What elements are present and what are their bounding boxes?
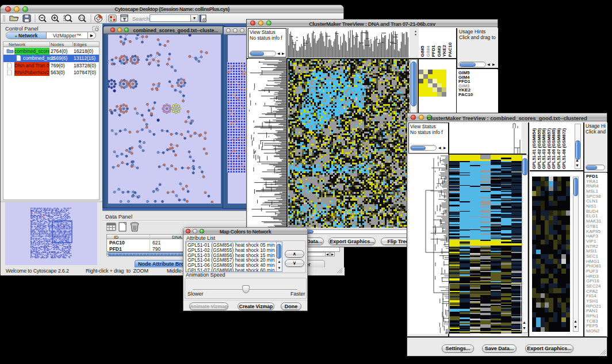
svg-text:1:1: 1:1 <box>79 16 84 20</box>
svg-text:YKE2: YKE2 <box>442 45 447 57</box>
svg-text:PFD1: PFD1 <box>431 45 436 57</box>
svg-text:GIM5: GIM5 <box>420 45 425 57</box>
svg-text:GIM3: GIM3 <box>437 45 442 57</box>
svg-text:GPL51-08 (GSM872): GPL51-08 (GSM872) <box>561 128 567 169</box>
svg-text:PAC10: PAC10 <box>447 42 453 57</box>
svg-text:GIM4: GIM4 <box>426 45 431 57</box>
